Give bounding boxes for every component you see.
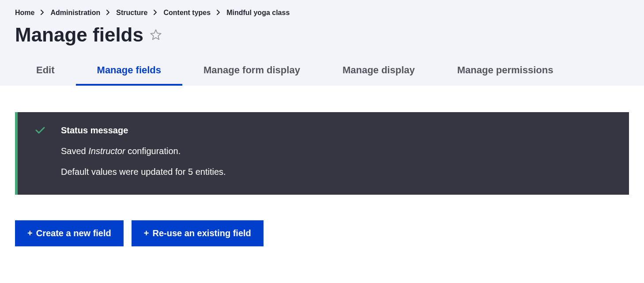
breadcrumb: Home Administration Structure Content ty… [15,9,629,17]
status-message: Status message Saved Instructor configur… [15,112,629,195]
status-body: Status message Saved Instructor configur… [61,125,226,177]
tab-manage-display[interactable]: Manage display [321,58,436,86]
page-title: Manage fields [15,24,143,46]
create-new-field-button[interactable]: + Create a new field [15,220,124,246]
tabs: Edit Manage fields Manage form display M… [15,58,629,86]
breadcrumb-administration[interactable]: Administration [50,9,100,17]
chevron-right-icon [217,10,220,16]
reuse-existing-field-button[interactable]: + Re-use an existing field [132,220,264,246]
content-region: Status message Saved Instructor configur… [0,86,644,264]
reuse-existing-field-label: Re-use an existing field [152,228,251,238]
header-region: Home Administration Structure Content ty… [0,0,644,86]
action-buttons: + Create a new field + Re-use an existin… [15,220,629,246]
status-line-1-suffix: configuration. [125,146,181,156]
plus-icon: + [144,228,149,238]
status-line-1-em: Instructor [88,146,125,156]
tab-manage-permissions[interactable]: Manage permissions [436,58,575,86]
breadcrumb-home[interactable]: Home [15,9,34,17]
chevron-right-icon [154,10,157,16]
page-title-row: Manage fields [15,24,629,46]
status-line-1: Saved Instructor configuration. [61,146,226,156]
status-title: Status message [61,125,226,136]
breadcrumb-mindful-yoga-class[interactable]: Mindful yoga class [226,9,290,17]
star-icon[interactable] [150,29,162,41]
breadcrumb-structure[interactable]: Structure [116,9,147,17]
tab-edit[interactable]: Edit [15,58,76,86]
tab-manage-fields[interactable]: Manage fields [76,58,182,86]
plus-icon: + [27,228,33,238]
chevron-right-icon [106,10,110,16]
chevron-right-icon [41,10,44,16]
breadcrumb-content-types[interactable]: Content types [163,9,211,17]
tab-manage-form-display[interactable]: Manage form display [182,58,321,86]
create-new-field-label: Create a new field [36,228,111,238]
check-icon [35,126,45,177]
status-line-2: Default values were updated for 5 entiti… [61,167,226,177]
status-line-1-prefix: Saved [61,146,88,156]
